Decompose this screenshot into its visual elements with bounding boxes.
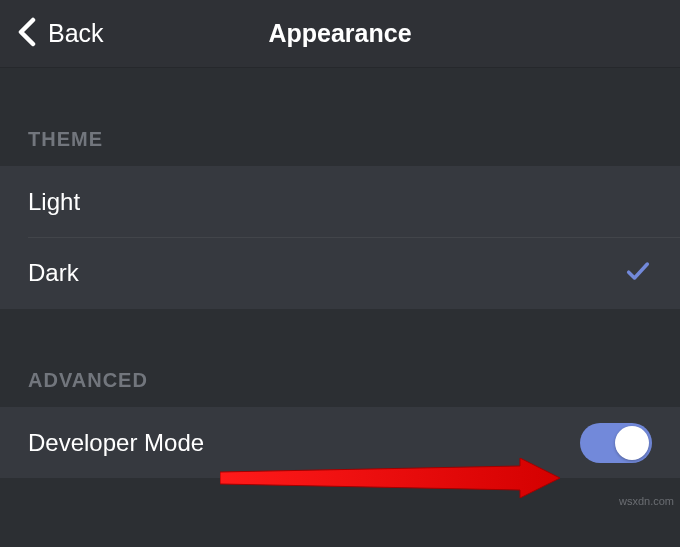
checkmark-icon: [624, 257, 652, 289]
theme-dark-label: Dark: [28, 259, 79, 287]
page-title: Appearance: [268, 19, 411, 48]
chevron-left-icon: [18, 17, 36, 51]
section-gap: [0, 309, 680, 369]
toggle-knob: [615, 426, 649, 460]
theme-light-label: Light: [28, 188, 80, 216]
section-gap: [0, 68, 680, 128]
advanced-section-header: ADVANCED: [0, 369, 680, 406]
developer-mode-label: Developer Mode: [28, 429, 204, 457]
back-label: Back: [48, 19, 104, 48]
back-button[interactable]: Back: [0, 17, 104, 51]
developer-mode-toggle[interactable]: [580, 423, 652, 463]
header-bar: Back Appearance: [0, 0, 680, 68]
theme-option-light[interactable]: Light: [0, 165, 680, 237]
developer-mode-row: Developer Mode: [0, 406, 680, 478]
theme-section-header: THEME: [0, 128, 680, 165]
watermark: wsxdn.com: [619, 495, 674, 507]
theme-option-dark[interactable]: Dark: [0, 237, 680, 309]
